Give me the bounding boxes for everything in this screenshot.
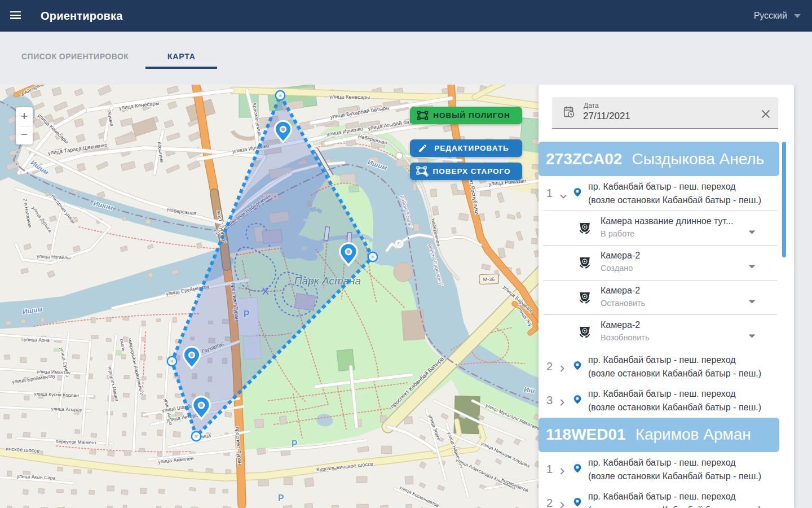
svg-text:Иш: Иш xyxy=(523,386,535,395)
svg-text:улица Кенесары: улица Кенесары xyxy=(329,93,370,100)
svg-text:P: P xyxy=(278,493,284,503)
svg-text:P: P xyxy=(292,439,298,449)
svg-text:улица Атырау: улица Атырау xyxy=(51,406,83,413)
svg-text:М-36: М-36 xyxy=(483,277,495,283)
svg-text:улица Арна: улица Арна xyxy=(24,336,50,343)
